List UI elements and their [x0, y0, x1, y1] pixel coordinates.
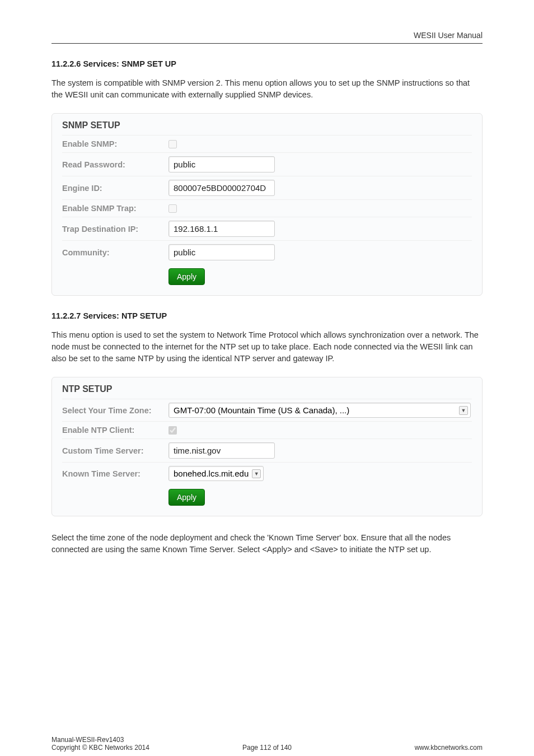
label-engine-id: Engine ID:: [62, 184, 168, 193]
row-enable-ntp-client: Enable NTP Client:: [62, 421, 472, 438]
section-heading-ntp: 11.2.2.7 Services: NTP SETUP: [51, 311, 483, 320]
section-para-ntp: This menu option is used to set the syst…: [51, 329, 483, 365]
input-custom-time-server[interactable]: [168, 442, 275, 459]
ntp-apply-button[interactable]: Apply: [168, 489, 205, 506]
select-known-time-server[interactable]: bonehed.lcs.mit.edu ▼: [168, 466, 264, 481]
label-enable-snmp: Enable SNMP:: [62, 139, 168, 148]
label-enable-trap: Enable SNMP Trap:: [62, 204, 168, 213]
label-trap-ip: Trap Destination IP:: [62, 225, 168, 234]
row-timezone: Select Your Time Zone: GMT-07:00 (Mounta…: [62, 399, 472, 421]
footer-manual-rev: Manual-WESII-Rev1403: [51, 736, 195, 744]
section-heading-snmp: 11.2.2.6 Services: SNMP SET UP: [51, 59, 483, 68]
label-community: Community:: [62, 248, 168, 257]
snmp-panel-title: SNMP SETUP: [62, 120, 472, 130]
select-timezone[interactable]: GMT-07:00 (Mountain Time (US & Canada), …: [168, 403, 471, 418]
label-known-time-server: Known Time Server:: [62, 469, 168, 478]
footer-page-number: Page 112 of 140: [242, 744, 292, 752]
label-read-password: Read Password:: [62, 160, 168, 169]
select-known-time-server-value: bonehed.lcs.mit.edu: [174, 469, 249, 478]
footer-url: www.kbcnetworks.com: [415, 744, 483, 752]
ntp-panel-title: NTP SETUP: [62, 384, 472, 394]
row-community: Community:: [62, 240, 472, 264]
row-trap-ip: Trap Destination IP:: [62, 217, 472, 240]
checkbox-enable-trap[interactable]: [168, 204, 177, 213]
chevron-down-icon: ▼: [252, 469, 261, 478]
checkbox-enable-snmp[interactable]: [168, 140, 177, 148]
snmp-panel: SNMP SETUP Enable SNMP: Read Password: E…: [51, 113, 483, 296]
page-header: WESII User Manual: [51, 31, 483, 44]
input-trap-ip[interactable]: [168, 221, 275, 237]
closing-paragraph: Select the time zone of the node deploym…: [51, 532, 483, 556]
input-read-password[interactable]: [168, 156, 275, 172]
label-custom-time-server: Custom Time Server:: [62, 446, 168, 455]
checkbox-enable-ntp-client[interactable]: [168, 426, 177, 435]
row-enable-trap: Enable SNMP Trap:: [62, 199, 472, 217]
footer-copyright: Copyright © KBC Networks 2014: [51, 744, 195, 752]
select-timezone-value: GMT-07:00 (Mountain Time (US & Canada), …: [174, 405, 349, 415]
row-custom-time-server: Custom Time Server:: [62, 438, 472, 462]
ntp-panel: NTP SETUP Select Your Time Zone: GMT-07:…: [51, 377, 483, 516]
input-engine-id[interactable]: [168, 180, 275, 196]
input-community[interactable]: [168, 244, 275, 260]
label-timezone: Select Your Time Zone:: [62, 406, 168, 415]
row-enable-snmp: Enable SNMP:: [62, 135, 472, 152]
label-enable-ntp-client: Enable NTP Client:: [62, 426, 168, 435]
snmp-apply-button[interactable]: Apply: [168, 268, 205, 285]
page-footer: Manual-WESII-Rev1403 Copyright © KBC Net…: [0, 736, 534, 756]
section-para-snmp: The system is compatible with SNMP versi…: [51, 77, 483, 101]
chevron-down-icon: ▼: [459, 406, 468, 415]
row-known-time-server: Known Time Server: bonehed.lcs.mit.edu ▼: [62, 462, 472, 484]
document-title: WESII User Manual: [414, 31, 483, 40]
row-engine-id: Engine ID:: [62, 176, 472, 199]
row-read-password: Read Password:: [62, 152, 472, 176]
